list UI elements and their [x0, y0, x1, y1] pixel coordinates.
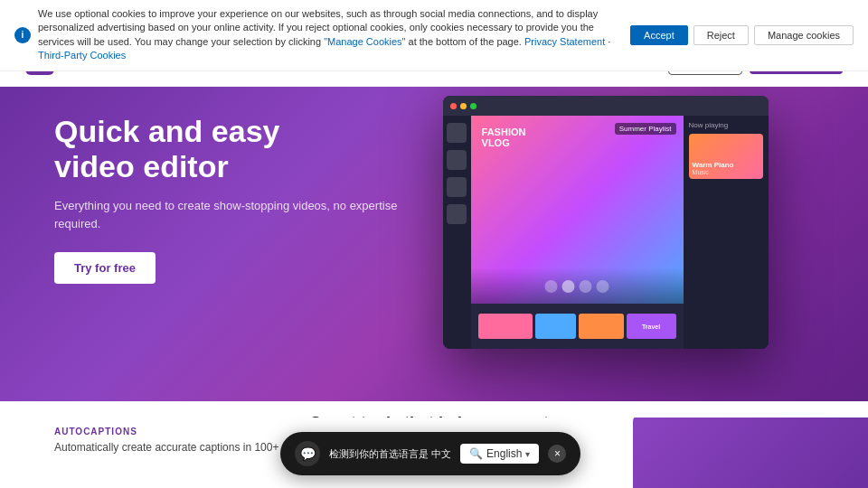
- warm-piano-label: Warm Piano: [693, 161, 760, 169]
- sidebar-icon-4[interactable]: [447, 204, 467, 224]
- close-button[interactable]: ×: [548, 445, 566, 463]
- language-value: English: [486, 447, 522, 460]
- info-icon: i: [14, 27, 31, 43]
- panel-title: Now playing: [689, 121, 763, 129]
- chat-icon: 💬: [295, 441, 320, 466]
- editor-dot-green: [470, 103, 476, 109]
- hero-content: Quick and easy video editor Everything y…: [54, 114, 398, 284]
- canvas-badge: Summer Playlist: [615, 123, 676, 135]
- warm-piano-card: Warm Piano Music: [689, 134, 763, 179]
- language-detection-popup: 💬 检测到你的首选语言是 中文 🔍 English ▾ ×: [280, 432, 580, 475]
- language-detection-text: 检测到你的首选语言是 中文: [329, 447, 451, 461]
- hero-title-line1: Quick and easy: [54, 114, 279, 148]
- editor-center: FASHIONVLOG Summer Playlist: [471, 116, 684, 349]
- cookie-text2: at the bottom of the page.: [409, 36, 522, 47]
- timeline-clip-travel[interactable]: Travel: [627, 314, 676, 339]
- manage-cookies-button[interactable]: Manage cookies: [754, 25, 854, 45]
- canvas-text: FASHIONVLOG: [482, 127, 526, 148]
- editor-right-panel: Now playing Warm Piano Music: [684, 116, 769, 349]
- hero-title-line2: video editor: [54, 149, 229, 183]
- manage-cookies-link[interactable]: "Manage Cookies": [324, 36, 405, 47]
- search-icon: 🔍: [469, 447, 483, 460]
- hero-subtitle: Everything you need to create show-stopp…: [54, 197, 398, 232]
- sidebar-icon-2[interactable]: [447, 150, 467, 170]
- editor-mock: FASHIONVLOG Summer Playlist: [443, 96, 769, 349]
- timeline-clip-1[interactable]: [478, 314, 533, 339]
- timeline-clip-2[interactable]: [535, 314, 576, 339]
- editor-main: FASHIONVLOG Summer Playlist: [443, 116, 769, 349]
- warm-piano-sub: Music: [693, 169, 760, 175]
- editor-dot-red: [450, 103, 457, 109]
- language-selector[interactable]: 🔍 English ▾: [460, 444, 539, 464]
- autocaptions-preview: [633, 418, 868, 488]
- editor-dot-yellow: [460, 103, 467, 109]
- editor-sidebar: [443, 116, 471, 349]
- editor-topbar: [443, 96, 769, 116]
- editor-canvas: FASHIONVLOG Summer Playlist: [471, 116, 684, 304]
- cookie-actions: Accept Reject Manage cookies: [630, 25, 854, 45]
- timeline-clip-3[interactable]: [579, 314, 624, 339]
- privacy-link[interactable]: Privacy Statement: [524, 36, 605, 47]
- accept-button[interactable]: Accept: [630, 25, 688, 45]
- editor-timeline: Travel: [471, 304, 684, 349]
- hero-try-button[interactable]: Try for free: [54, 252, 156, 284]
- chevron-down-icon: ▾: [525, 449, 530, 459]
- sidebar-icon-1[interactable]: [447, 123, 467, 143]
- sidebar-icon-3[interactable]: [447, 177, 467, 197]
- hero-image: FASHIONVLOG Summer Playlist: [416, 87, 868, 421]
- hero-title: Quick and easy video editor: [54, 114, 398, 184]
- cookie-banner-text: We use optional cookies to improve your …: [38, 7, 619, 63]
- cookie-banner: i We use optional cookies to improve you…: [0, 0, 868, 71]
- third-party-link[interactable]: Third-Party Cookies: [38, 50, 126, 61]
- reject-button[interactable]: Reject: [693, 25, 749, 45]
